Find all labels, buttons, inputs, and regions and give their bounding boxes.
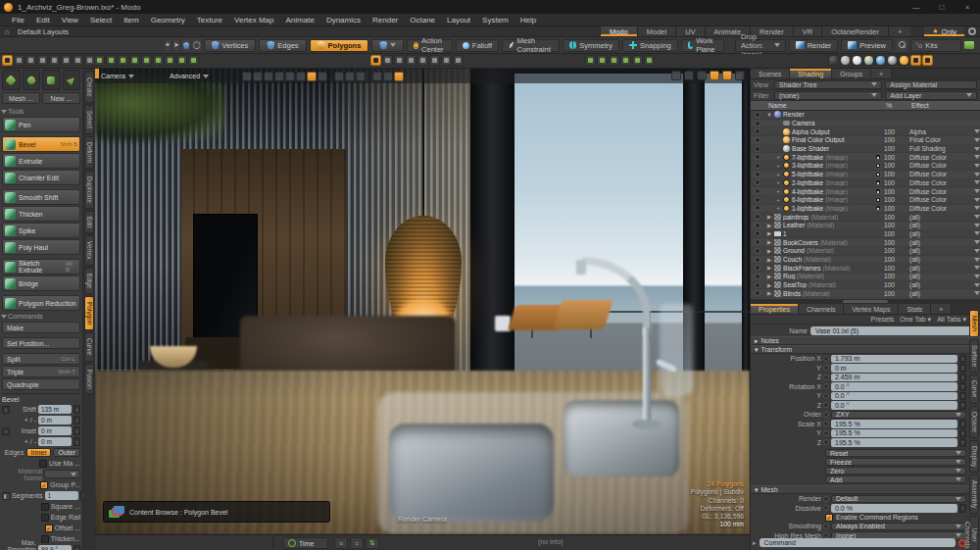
tool-bridge[interactable]: Bridge	[2, 275, 80, 291]
visibility-eye-icon[interactable]	[751, 128, 763, 134]
strip-icon[interactable]	[118, 55, 128, 66]
render-region-icon[interactable]	[722, 71, 732, 80]
layout-tab-modo[interactable]: Modo	[600, 26, 637, 36]
menu-render[interactable]: Render	[367, 16, 404, 25]
channel-dot-icon[interactable]	[823, 402, 829, 408]
channel-dot-icon[interactable]	[823, 365, 829, 371]
strip-icon[interactable]	[417, 55, 428, 66]
tab-+[interactable]: +	[871, 69, 892, 78]
spinner-icon[interactable]: ↕	[959, 420, 966, 428]
bake-checkbox[interactable]	[872, 179, 884, 185]
viewport-header-icon[interactable]	[383, 72, 393, 81]
visibility-eye-icon[interactable]	[751, 163, 763, 169]
layer-effect[interactable]: Diffuse Color	[909, 179, 970, 186]
spinner-icon[interactable]: ↕	[74, 416, 80, 425]
shader-tree-row[interactable]: Final Color Output100Final Color	[751, 136, 980, 145]
field-value[interactable]: 195.5 %	[831, 429, 957, 438]
shader-tree-row[interactable]: Camera	[751, 120, 980, 128]
action-center-button[interactable]: Action Center	[407, 39, 453, 52]
layer-effect[interactable]: Final Color	[909, 136, 970, 143]
pan-icon[interactable]	[671, 71, 681, 80]
shader-tree-row[interactable]: ▶Leather(Material)100(all)	[751, 222, 980, 230]
auto-select-icon[interactable]: ➤	[173, 39, 179, 51]
shader-tree-row[interactable]: ▼Render	[751, 111, 980, 120]
mesh-constraint-button[interactable]: Mesh Constraint	[502, 39, 560, 52]
field-value[interactable]: 0.0 °	[831, 401, 957, 410]
item-name-field[interactable]: Vase 01.lxl (5)	[810, 326, 976, 335]
shading-style-icon[interactable]	[910, 55, 921, 66]
viewport-header-icon[interactable]	[356, 72, 366, 81]
tool-chamfer-edit[interactable]: Chamfer Edit	[2, 170, 80, 185]
mesh-button[interactable]: Mesh ...	[2, 92, 40, 104]
field-value[interactable]: 0.0 %	[831, 504, 957, 513]
menu-octane[interactable]: Octane	[404, 16, 441, 25]
visibility-eye-icon[interactable]	[751, 282, 763, 288]
tab-groups[interactable]: Groups	[832, 69, 871, 78]
spinner-icon[interactable]: ↕	[959, 374, 966, 382]
layout-tab-model[interactable]: Model	[637, 26, 675, 36]
expand-icon[interactable]: ▶	[766, 274, 772, 279]
checkbox[interactable]	[41, 503, 49, 511]
tools-header[interactable]: Tools	[2, 107, 80, 116]
mesh-section-header[interactable]: ▾ Mesh	[751, 485, 980, 494]
layout-tab-uv[interactable]: UV	[675, 26, 704, 36]
viewport-menu-icon[interactable]	[735, 71, 745, 80]
layer-effect[interactable]: Full Shading	[909, 145, 970, 152]
mode-button-edges[interactable]: Edges	[259, 39, 306, 52]
tool-thicken[interactable]: Thicken	[2, 206, 80, 222]
shader-tree-row[interactable]: +5-lightbake(Image)100Diffuse Color	[751, 171, 980, 179]
bevel-mini-icon[interactable]: ↕	[2, 406, 10, 414]
viewport-camera-select[interactable]: Camera	[95, 73, 140, 79]
spinner-icon[interactable]: ↕	[74, 426, 80, 435]
viewport-header-icon[interactable]	[307, 72, 317, 81]
tool-pen[interactable]: Pen	[2, 117, 80, 132]
expand-icon[interactable]: ▶	[766, 214, 772, 220]
filter-select[interactable]: (none)	[774, 91, 882, 100]
menu-edit[interactable]: Edit	[30, 16, 56, 25]
checkbox[interactable]: ✓	[40, 481, 48, 489]
viewport-header-icon[interactable]	[274, 72, 284, 81]
layer-effect[interactable]: (all)	[909, 214, 970, 221]
layer-effect[interactable]: Alpha	[909, 128, 970, 135]
bake-checkbox[interactable]	[872, 205, 884, 211]
layout-tab-vr[interactable]: VR	[793, 26, 821, 36]
shader-tree-row[interactable]: ▶paintings(Material)100(all)	[751, 213, 980, 222]
shading-style-icon[interactable]	[922, 55, 933, 66]
strip-icon[interactable]	[597, 55, 608, 66]
assign-material-button[interactable]: Assign Material	[885, 80, 977, 89]
strip-icon[interactable]	[382, 55, 393, 66]
shading-style-icon[interactable]	[899, 55, 909, 66]
field-value[interactable]: 195.5 %	[831, 438, 957, 447]
shader-tree-row[interactable]: ▶Rug(Material)100(all)	[751, 273, 980, 281]
shader-tree-row[interactable]: ▶BlackFrames(Material)100(all)	[751, 264, 980, 273]
bake-checkbox[interactable]	[872, 163, 884, 169]
menu-geometry[interactable]: Geometry	[145, 16, 191, 25]
shading-style-icon[interactable]	[828, 55, 839, 66]
shading-style-icon[interactable]	[887, 55, 898, 66]
viewport-header-icon[interactable]	[253, 72, 263, 81]
menu-system[interactable]: System	[476, 16, 514, 25]
bevel-panel-header[interactable]: Bevel	[2, 395, 80, 404]
shader-tree-row[interactable]: +6-lightbake(Image)100Diffuse Color	[751, 196, 980, 205]
tool-spike[interactable]: Spike	[2, 223, 80, 238]
field-value[interactable]: 0 m	[38, 426, 72, 435]
expand-icon[interactable]: ▶	[766, 265, 772, 271]
field-value[interactable]: 1.793 m	[831, 355, 957, 364]
tab-fusion[interactable]: Fusion	[84, 364, 94, 395]
presets-label[interactable]: Presets	[871, 316, 895, 323]
visibility-eye-icon[interactable]	[751, 154, 763, 160]
visibility-eye-icon[interactable]	[751, 179, 763, 185]
strip-icon[interactable]	[620, 55, 631, 66]
item-shield-dropdown[interactable]	[371, 39, 404, 52]
channel-dot-icon[interactable]	[823, 524, 829, 529]
mode-button-vertices[interactable]: Vertices	[204, 39, 257, 52]
expand-icon[interactable]: ▶	[766, 248, 772, 254]
tab-channels[interactable]: Channels	[799, 304, 845, 314]
viewport-header-icon[interactable]	[318, 72, 327, 81]
spinner-icon[interactable]: ↕	[74, 545, 80, 550]
linear-falloff-icon[interactable]	[23, 70, 41, 90]
strip-icon[interactable]	[406, 55, 416, 66]
time-button[interactable]: Time	[283, 537, 328, 549]
reset-button[interactable]: Reset	[825, 449, 966, 457]
field-value[interactable]: 135 m	[38, 405, 72, 414]
